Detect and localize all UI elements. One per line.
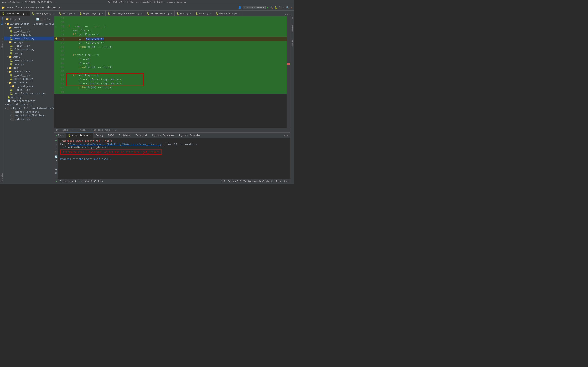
project-icon[interactable]: 📁: [2, 6, 5, 9]
settings-panel-icon[interactable]: ⚙: [284, 134, 285, 137]
tree-item-init-common[interactable]: 🐍 __init__.py: [4, 29, 54, 33]
close-tab-base-page[interactable]: ✕: [53, 12, 54, 15]
line-89-num: 89: [58, 78, 65, 81]
tab-todo[interactable]: TODO: [105, 133, 116, 138]
notification-icon[interactable]: ⚠: [291, 6, 292, 9]
tab-allelements[interactable]: 🐍 allelements.py ✕: [145, 11, 174, 16]
tree-item-pytest-cache[interactable]: ▶ 📁 .pytest_cache: [4, 84, 54, 88]
branch-selector[interactable]: ⎇ comm_driver ▼: [242, 6, 265, 9]
run-icon[interactable]: ▶: [267, 6, 269, 9]
tree-item-external-libs[interactable]: ▼ External Libraries: [4, 103, 54, 106]
debug-icon[interactable]: 🐛: [274, 6, 278, 9]
build-icon[interactable]: 🔨: [270, 6, 273, 9]
run-trash-icon[interactable]: 🗑: [55, 172, 57, 175]
editor[interactable]: 74 75 ▶ 76 77: [54, 16, 290, 132]
demo-class-label: demo_class.py: [14, 59, 33, 62]
root-label: AutoPolly0924 ~/Documents/Auto: [10, 22, 54, 25]
coverage-icon[interactable]: ⬛: [279, 6, 282, 9]
project-panel-icon[interactable]: Project: [1, 17, 3, 25]
tree-item-configs[interactable]: ▼ 📁 configs: [4, 40, 54, 44]
run-rerun-icon[interactable]: 🔄: [54, 155, 58, 158]
close-tab-login-page[interactable]: ✕: [102, 12, 103, 15]
tree-item-python38[interactable]: ▼ ⬛ < Python 3.8 (PortAutomationPr...: [4, 106, 54, 110]
search-icon[interactable]: 🔍: [286, 6, 290, 9]
tree-item-test-cases[interactable]: ▼ 📁 test_cases: [4, 81, 54, 84]
tab-debug[interactable]: Debug: [93, 133, 105, 138]
event-log[interactable]: Event Log: [276, 180, 288, 183]
traceback-link[interactable]: /Users/wuwenlu/Documents/AutoPolly0924/c…: [69, 142, 162, 146]
tree-item-base-page[interactable]: 🐍 base_page.py: [4, 33, 54, 37]
tab-python-console[interactable]: Python Console: [177, 133, 202, 138]
tree-item-allelements[interactable]: 🐍 allelements.py: [4, 48, 54, 51]
run-stop-icon[interactable]: ⬛: [54, 151, 58, 154]
close-tab-allelements[interactable]: ✕: [171, 12, 172, 15]
tree-item-page-objects[interactable]: ▼ 📁 page_objects: [4, 70, 54, 73]
structure-panel-icon[interactable]: Structure: [1, 38, 3, 48]
run-up-icon[interactable]: ↑: [55, 143, 57, 146]
tree-item-docs[interactable]: ▶ 📁 docs: [4, 66, 54, 70]
tree-item-binary-skeletons[interactable]: ▶ ⬛ Binary Skeletons: [4, 110, 54, 114]
status-tests-passed: Tests passed: 1 (today 8:35 上午): [60, 180, 103, 183]
close-run-tab[interactable]: ✕: [90, 134, 91, 137]
tree-item-nopo[interactable]: 🐍 nopo.py: [4, 62, 54, 66]
green-run-icon[interactable]: ▶: [56, 180, 57, 183]
tree-item-init-configs[interactable]: 🐍 __init__.py: [4, 44, 54, 48]
sync-icon[interactable]: 🔄: [36, 17, 39, 21]
tab-env[interactable]: 🐍 env.py ✕: [174, 11, 194, 16]
tab-nopo[interactable]: 🐍 nopo.py ✕: [193, 11, 214, 16]
tab-icon: 🐍: [177, 12, 180, 15]
tab-login-page[interactable]: 🐍 login_page.py ✕: [77, 11, 105, 16]
env-label: env.py: [14, 52, 22, 55]
database-icon[interactable]: Database: [291, 25, 293, 33]
tree-item-login-page[interactable]: 🐍 login_page.py: [4, 77, 54, 81]
tree-item-main[interactable]: 🐍 main.py: [4, 95, 54, 99]
run-scroll-end-icon[interactable]: ⬇: [55, 164, 57, 166]
close-tab-test-login[interactable]: ✕: [141, 12, 143, 15]
settings-small-icon[interactable]: ⚙: [47, 17, 48, 21]
tree-item-demo-class[interactable]: 🐍 demo_class.py: [4, 59, 54, 62]
code-line-74: [65, 16, 287, 20]
tab-run-comm-driver[interactable]: 🐍 comm_driver ✕: [66, 133, 93, 138]
favorites-panel-icon[interactable]: Favorites: [1, 173, 3, 183]
tab-python-packages[interactable]: Python Packages: [150, 133, 177, 138]
tab-comm-driver[interactable]: 🐍 comm_driver.py ✕: [0, 11, 30, 16]
ml-icon[interactable]: ML: [291, 17, 293, 19]
close-tab-env[interactable]: ✕: [190, 12, 191, 15]
tree-item-common[interactable]: ▼ 📁 common: [4, 26, 54, 29]
close-sidebar-icon[interactable]: ✕: [49, 17, 51, 21]
tree-item-extended-defs[interactable]: ▶ ⬛ Extended Definitions: [4, 114, 54, 117]
tree-root[interactable]: ▼ 📁 AutoPolly0924 ~/Documents/Auto: [4, 22, 54, 26]
run-down-icon[interactable]: ↓: [55, 147, 57, 150]
minimize-panel-icon[interactable]: —: [287, 134, 288, 137]
scview-icon[interactable]: SciView: [291, 39, 293, 47]
tree-item-comm-driver[interactable]: 🐍 comm_driver.py: [4, 37, 54, 40]
close-tab-nopo[interactable]: ✕: [210, 12, 212, 15]
line-84-num: 84: [58, 58, 65, 60]
tree-item-demos[interactable]: ▼ 📁 demos: [4, 55, 54, 59]
close-tab-demo-class[interactable]: ✕: [239, 12, 240, 15]
run-soft-wrap-icon[interactable]: ↩: [55, 159, 57, 162]
close-tab-main[interactable]: ✕: [74, 12, 75, 15]
tree-item-env[interactable]: 🐍 env.py: [4, 51, 54, 55]
vcs-icon[interactable]: 👤: [238, 6, 241, 9]
tab-base-page[interactable]: 🐍 base_page.py ✕: [30, 11, 57, 16]
tab-terminal[interactable]: Terminal: [133, 133, 150, 138]
tree-item-init-page-objects[interactable]: 🐍 __init__.py: [4, 73, 54, 77]
run-print-icon[interactable]: 🖨: [55, 167, 57, 170]
project-label[interactable]: AutoPolly0924: [6, 6, 25, 9]
tab-main[interactable]: 🐍 main.py ✕: [57, 11, 77, 16]
tree-item-requirements[interactable]: 📄 requirements.txt: [4, 99, 54, 103]
tree-item-lib-dynload[interactable]: ▶ ⬛ lib-dynload: [4, 117, 54, 121]
tree-item-init-test-cases[interactable]: 🐍 __init__.py: [4, 88, 54, 92]
close-tab-comm-driver[interactable]: ✕: [26, 12, 27, 15]
common-label[interactable]: common: [28, 6, 37, 9]
code-view[interactable]: if __name__ == '__main__': test_flag = 1…: [65, 16, 287, 128]
tab-problems[interactable]: Problems: [116, 133, 133, 138]
tab-demo-class[interactable]: 🐍 demo_class.py ✕: [214, 11, 242, 16]
tab-test-login[interactable]: 🐍 test_login_success.py ✕: [105, 11, 145, 16]
run-play-icon[interactable]: ▶: [55, 139, 57, 142]
tree-item-test-login-success[interactable]: 🐍 test_login_success.py: [4, 92, 54, 95]
filter-icon[interactable]: ≡: [44, 17, 46, 21]
collapse-icon[interactable]: ⬛: [40, 17, 43, 21]
settings-icon[interactable]: ⚙: [283, 6, 285, 9]
